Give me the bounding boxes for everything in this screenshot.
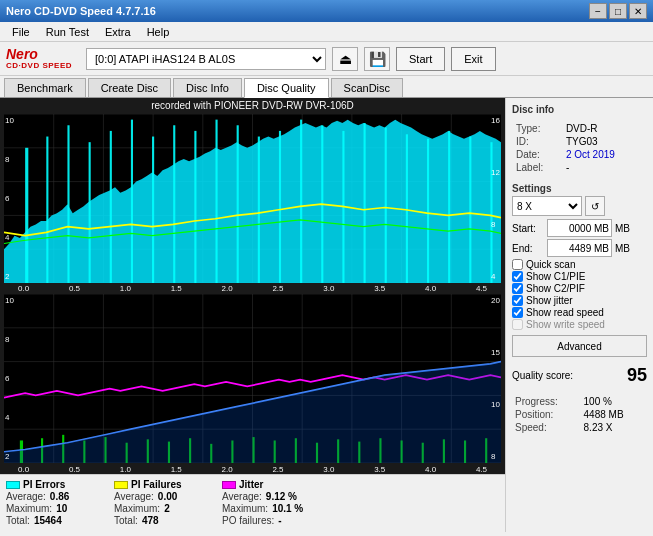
quick-scan-label: Quick scan [526, 259, 575, 270]
disc-type-label: Type: [514, 123, 562, 134]
save-icon-button[interactable]: 💾 [364, 47, 390, 71]
svg-rect-19 [67, 125, 69, 283]
show-c1-pie-checkbox[interactable] [512, 271, 523, 282]
progress-table: Progress: 100 % Position: 4488 MB Speed:… [512, 394, 647, 435]
pi-failures-avg-row: Average: 0.00 [114, 491, 214, 502]
disc-label-row: Label: - [514, 162, 645, 173]
pi-failures-legend-color [114, 481, 128, 489]
drive-selector[interactable]: [0:0] ATAPI iHAS124 B AL0S [86, 48, 326, 70]
jitter-stats: Jitter Average: 9.12 % Maximum: 10.1 % P… [222, 479, 322, 528]
app-title: Nero CD-DVD Speed 4.7.7.16 [6, 5, 156, 17]
tab-create-disc[interactable]: Create Disc [88, 78, 171, 97]
tab-scan-disc[interactable]: ScanDisc [331, 78, 403, 97]
svg-rect-26 [215, 120, 217, 283]
right-panel: Disc info Type: DVD-R ID: TYG03 Date: 2 … [505, 98, 653, 532]
end-mb-row: End: MB [512, 239, 647, 257]
minimize-button[interactable]: − [589, 3, 607, 19]
main-content: recorded with PIONEER DVD-RW DVR-106D [0, 98, 653, 532]
disc-type-row: Type: DVD-R [514, 123, 645, 134]
tab-bar: Benchmark Create Disc Disc Info Disc Qua… [0, 76, 653, 98]
window-controls: − □ ✕ [589, 3, 647, 19]
end-mb-input[interactable] [547, 239, 612, 257]
advanced-button[interactable]: Advanced [512, 335, 647, 357]
jitter-max-label: Maximum: [222, 503, 268, 514]
jitter-legend-label: Jitter [239, 479, 263, 490]
disc-label-value: - [564, 162, 645, 173]
start-mb-row: Start: MB [512, 219, 647, 237]
show-jitter-checkbox[interactable] [512, 295, 523, 306]
show-write-speed-checkbox [512, 319, 523, 330]
menu-run-test[interactable]: Run Test [38, 25, 97, 39]
svg-rect-25 [194, 131, 196, 283]
pi-errors-max-value: 10 [56, 503, 67, 514]
show-jitter-row: Show jitter [512, 295, 647, 306]
pi-errors-chart: 10 8 6 4 2 16 12 8 4 [4, 114, 501, 283]
speed-progress-label: Speed: [514, 422, 581, 433]
jitter-svg [4, 294, 501, 463]
menu-bar: File Run Test Extra Help [0, 22, 653, 42]
pi-errors-avg-value: 0.86 [50, 491, 69, 502]
start-button[interactable]: Start [396, 47, 445, 71]
quick-scan-row: Quick scan [512, 259, 647, 270]
pi-errors-total-label: Total: [6, 515, 30, 526]
end-mb-unit: MB [615, 243, 630, 254]
svg-rect-22 [131, 120, 133, 283]
svg-rect-35 [406, 134, 408, 283]
pi-failures-legend-label: PI Failures [131, 479, 182, 490]
svg-rect-37 [448, 131, 450, 283]
eject-icon-button[interactable]: ⏏ [332, 47, 358, 71]
show-write-speed-label: Show write speed [526, 319, 605, 330]
pi-failures-total-row: Total: 478 [114, 515, 214, 526]
show-read-speed-label: Show read speed [526, 307, 604, 318]
quality-score-value: 95 [627, 365, 647, 386]
app-logo: Nero CD·DVD SPEED [6, 47, 72, 70]
speed-selector[interactable]: 8 X [512, 196, 582, 216]
jitter-chart: 10 8 6 4 2 20 15 10 8 [4, 294, 501, 463]
pi-failures-stats: PI Failures Average: 0.00 Maximum: 2 Tot… [114, 479, 214, 528]
pi-errors-legend: PI Errors [6, 479, 106, 490]
quality-score-label: Quality score: [512, 370, 573, 381]
pi-errors-max-row: Maximum: 10 [6, 503, 106, 514]
jitter-max-row: Maximum: 10.1 % [222, 503, 322, 514]
pi-errors-max-label: Maximum: [6, 503, 52, 514]
disc-date-row: Date: 2 Oct 2019 [514, 149, 645, 160]
pi-failures-avg-value: 0.00 [158, 491, 177, 502]
svg-rect-27 [237, 125, 239, 283]
svg-rect-24 [173, 125, 175, 283]
disc-date-value: 2 Oct 2019 [564, 149, 645, 160]
show-c2-pif-label: Show C2/PIF [526, 283, 585, 294]
tab-disc-info[interactable]: Disc Info [173, 78, 242, 97]
disc-id-label: ID: [514, 136, 562, 147]
menu-extra[interactable]: Extra [97, 25, 139, 39]
start-mb-input[interactable] [547, 219, 612, 237]
svg-rect-38 [469, 137, 471, 283]
tab-benchmark[interactable]: Benchmark [4, 78, 86, 97]
svg-rect-36 [427, 139, 429, 283]
exit-button[interactable]: Exit [451, 47, 495, 71]
jitter-avg-label: Average: [222, 491, 262, 502]
quick-scan-checkbox[interactable] [512, 259, 523, 270]
menu-help[interactable]: Help [139, 25, 178, 39]
pi-failures-max-row: Maximum: 2 [114, 503, 214, 514]
chart-panel: recorded with PIONEER DVD-RW DVR-106D [0, 98, 505, 532]
recorded-with-label: recorded with PIONEER DVD-RW DVR-106D [0, 98, 505, 112]
disc-label-label: Label: [514, 162, 562, 173]
jitter-legend: Jitter [222, 479, 322, 490]
maximize-button[interactable]: □ [609, 3, 627, 19]
show-c2-pif-checkbox[interactable] [512, 283, 523, 294]
end-label: End: [512, 243, 544, 254]
jitter-max-value: 10.1 % [272, 503, 303, 514]
refresh-button[interactable]: ↺ [585, 196, 605, 216]
pi-errors-svg [4, 114, 501, 283]
speed-progress-value: 8.23 X [583, 422, 645, 433]
pi-failures-legend: PI Failures [114, 479, 214, 490]
show-read-speed-checkbox[interactable] [512, 307, 523, 318]
pi-errors-total-row: Total: 15464 [6, 515, 106, 526]
tab-disc-quality[interactable]: Disc Quality [244, 78, 329, 98]
menu-file[interactable]: File [4, 25, 38, 39]
close-button[interactable]: ✕ [629, 3, 647, 19]
jitter-legend-color [222, 481, 236, 489]
disc-id-value: TYG03 [564, 136, 645, 147]
show-read-speed-row: Show read speed [512, 307, 647, 318]
x-axis-labels-top: 0.0 0.5 1.0 1.5 2.0 2.5 3.0 3.5 4.0 4.5 [0, 284, 505, 293]
